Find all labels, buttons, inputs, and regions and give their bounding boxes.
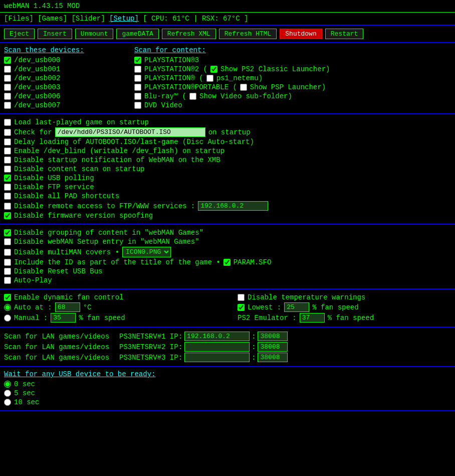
enable-dynamic-label: Enable dynamic fan control: [14, 293, 123, 301]
manual-radio[interactable]: [4, 314, 11, 322]
app-title: webMAN 1.43.15 MOD: [4, 2, 80, 10]
include-id-checkbox[interactable]: [4, 259, 11, 266]
remote-ip-input[interactable]: [198, 201, 268, 211]
device-usb002: /dev_usb002: [4, 74, 134, 82]
disable-remote-checkbox[interactable]: [4, 203, 11, 210]
lowest-input[interactable]: [284, 302, 309, 312]
menu-files[interactable]: [Files]: [4, 15, 34, 23]
rsx-temp: 67°C: [223, 15, 240, 23]
disable-usb-checkbox[interactable]: [4, 175, 11, 182]
net-colon-2: :: [252, 343, 256, 351]
enable-dynamic-checkbox[interactable]: [4, 294, 11, 301]
device-usb002-checkbox[interactable]: [4, 75, 11, 82]
net-port-2[interactable]: [258, 342, 288, 352]
lowest-label: Lowest :: [248, 303, 281, 311]
enable-devblind-label: Enable /dev_blind (writable /dev_flash) …: [14, 147, 224, 155]
disable-grouping-checkbox[interactable]: [4, 229, 11, 236]
device-usb006-checkbox[interactable]: [4, 93, 11, 100]
device-usb003: /dev_usb003: [4, 83, 134, 91]
net-ip-3[interactable]: [184, 353, 250, 362]
disable-multiman-checkbox[interactable]: [4, 249, 11, 256]
eject-button[interactable]: Eject: [4, 29, 35, 39]
load-last-row: Load last-played game on startup: [4, 118, 451, 126]
disable-temp-checkbox[interactable]: [238, 294, 245, 301]
ps2-emulator-input[interactable]: [300, 313, 325, 323]
device-usb000-checkbox[interactable]: [4, 57, 11, 64]
shutdown-button[interactable]: Shutdown: [280, 29, 322, 39]
content-ps3-checkbox[interactable]: [134, 57, 141, 64]
cpu-label: CPU:: [151, 15, 168, 23]
enable-devblind-checkbox[interactable]: [4, 147, 11, 154]
toolbar: Eject Insert Unmount gameDATA Refresh XM…: [0, 26, 455, 43]
insert-button[interactable]: Insert: [38, 29, 72, 39]
disable-setup-row: Disable webMAN Setup entry in "webMAN Ga…: [4, 238, 451, 246]
net-label-1: Scan for LAN games/videos: [4, 333, 109, 341]
auto-play-label: Auto-Play: [14, 276, 52, 284]
disable-notif-checkbox[interactable]: [4, 156, 11, 164]
restart-button[interactable]: Restart: [325, 29, 364, 39]
device-usb001-label: /dev_usb001: [14, 65, 60, 73]
disable-reset-checkbox[interactable]: [4, 268, 11, 275]
device-usb001-checkbox[interactable]: [4, 66, 11, 73]
content-ps1-netemu-checkbox[interactable]: [206, 75, 213, 82]
content-ps2-checkbox[interactable]: [134, 66, 141, 73]
auto-at-suffix: °C: [83, 303, 92, 311]
lowest-checkbox[interactable]: [238, 304, 245, 311]
autoboot-input[interactable]: [55, 127, 205, 137]
disable-scan-checkbox[interactable]: [4, 166, 11, 173]
disable-ftp-label: Disable FTP service: [14, 183, 94, 191]
net-ip-1[interactable]: [184, 332, 250, 341]
manual-input[interactable]: [51, 313, 76, 323]
check-for-row: Check for on startup: [4, 127, 451, 137]
net-ip-2[interactable]: [184, 342, 250, 352]
refresh-html-button[interactable]: Refresh HTML: [219, 29, 277, 39]
disable-temp-row: Disable temperature warnings: [238, 293, 451, 301]
param-sfo-checkbox[interactable]: [223, 259, 231, 266]
disable-firmware-row: Disable firmware version spoofing: [4, 212, 451, 220]
delay-loading-checkbox[interactable]: [4, 138, 11, 145]
disable-firmware-checkbox[interactable]: [4, 212, 11, 219]
content-ps1-checkbox[interactable]: [134, 75, 141, 82]
auto-at-radio[interactable]: [4, 304, 11, 311]
icon-dropdown[interactable]: ICON0.PNG ICON1.PNG ICON2.PNG: [122, 247, 171, 257]
menu-slider[interactable]: [Slider]: [71, 15, 105, 23]
content-ps1-label: PLAYSTATION® (: [144, 74, 203, 82]
scan-section: Scan these devices: /dev_usb000 /dev_usb…: [0, 43, 455, 114]
usb-5sec-radio[interactable]: [4, 390, 11, 397]
delay-loading-row: Delay loading of AUTOBOOT.ISO/last-game …: [4, 138, 451, 146]
device-usb003-label: /dev_usb003: [14, 83, 60, 91]
content-bluray: Blu-ray™ ( Show Video sub-folder): [134, 92, 451, 100]
unmount-button[interactable]: Unmount: [75, 29, 114, 39]
content-ps2-launcher-checkbox[interactable]: [210, 66, 217, 73]
disable-usb-label: Disable USB polling: [14, 174, 94, 182]
usb-5sec-label: 5 sec: [14, 389, 35, 397]
load-last-checkbox[interactable]: [4, 119, 11, 126]
content-psp-checkbox[interactable]: [134, 84, 141, 91]
device-usb003-checkbox[interactable]: [4, 84, 11, 91]
usb-0sec-radio[interactable]: [4, 381, 11, 388]
content-dvd-checkbox[interactable]: [134, 102, 141, 109]
content-bluray-video-checkbox[interactable]: [189, 93, 196, 100]
rsx-label: RSX:: [202, 15, 219, 23]
menu-setup[interactable]: [Setup]: [109, 15, 139, 23]
menu-games[interactable]: [Games]: [38, 15, 67, 23]
disable-ftp-checkbox[interactable]: [4, 184, 11, 191]
gamedata-button[interactable]: gameDATA: [116, 29, 158, 39]
device-usb007-checkbox[interactable]: [4, 102, 11, 109]
disable-setup-checkbox[interactable]: [4, 238, 11, 245]
net-port-1[interactable]: [258, 332, 288, 341]
usb-5sec-row: 5 sec: [4, 389, 451, 397]
content-bluray-label: Blu-ray™ (: [144, 92, 186, 100]
usb-10sec-row: 10 sec: [4, 398, 451, 406]
auto-at-input[interactable]: [55, 302, 80, 312]
net-port-3[interactable]: [258, 353, 288, 362]
check-for-checkbox[interactable]: [4, 129, 11, 136]
device-usb001: /dev_usb001: [4, 65, 134, 73]
refresh-xml-button[interactable]: Refresh XML: [162, 29, 216, 39]
content-bluray-checkbox[interactable]: [134, 93, 141, 100]
auto-play-checkbox[interactable]: [4, 277, 11, 284]
disable-pad-checkbox[interactable]: [4, 193, 11, 200]
usb-10sec-radio[interactable]: [4, 399, 11, 406]
net-label-2: Scan for LAN games/videos: [4, 343, 109, 351]
content-psp-launcher-checkbox[interactable]: [240, 84, 247, 91]
